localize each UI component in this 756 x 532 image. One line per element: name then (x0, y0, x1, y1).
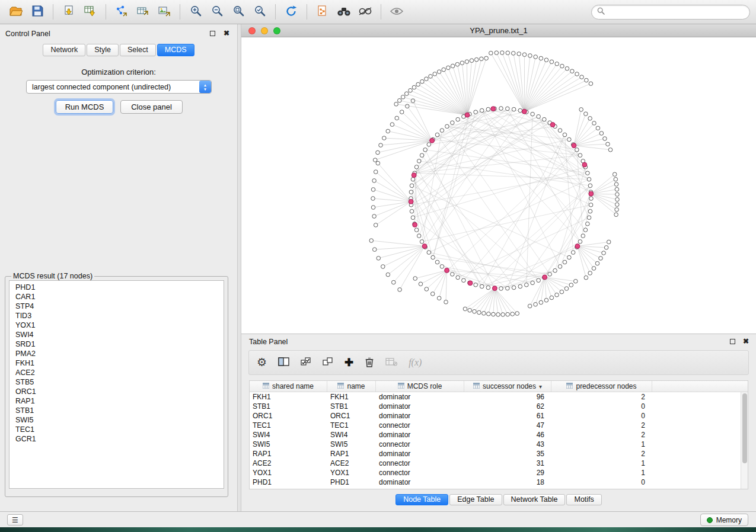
mcds-result-item[interactable]: TID3 (9, 311, 224, 321)
mcds-result-list[interactable]: PHD1CAR1STP4TID3YOX1SWI4SRD1PMA2FKH1ACE2… (9, 280, 224, 489)
table-row[interactable]: ACE2ACE2connector311 (250, 459, 741, 468)
tab-node-table[interactable]: Node Table (395, 494, 448, 505)
toolbar-separator (180, 4, 180, 20)
column-header-mcds-role[interactable]: MCDS role (376, 381, 464, 392)
table-row[interactable]: YOX1YOX1connector291 (250, 468, 741, 477)
table-cell: dominator (376, 478, 464, 486)
float-panel-icon[interactable] (210, 31, 215, 36)
column-header-name[interactable]: name (327, 381, 376, 392)
export-network-button[interactable] (111, 3, 132, 21)
scrollbar-thumb[interactable] (742, 393, 747, 463)
open-session-button[interactable] (6, 3, 26, 21)
tab-network-table[interactable]: Network Table (503, 494, 566, 505)
close-panel-button[interactable]: Close panel (120, 100, 183, 114)
mcds-result-item[interactable]: SWI4 (9, 330, 224, 339)
mcds-result-item[interactable]: SWI5 (9, 415, 224, 425)
open-folder-icon (9, 6, 23, 18)
table-row[interactable]: ORC1ORC1dominator610 (250, 411, 741, 421)
table-row[interactable]: PHD1PHD1dominator180 (250, 477, 741, 487)
panel-menu-button[interactable]: ☰ (7, 514, 23, 525)
table-cell: TEC1 (327, 421, 376, 430)
import-network-button[interactable] (59, 3, 79, 21)
zoom-selected-button[interactable] (250, 3, 270, 21)
column-header-shared-name[interactable]: shared name (250, 381, 327, 392)
table-cell: 46 (464, 431, 551, 439)
table-cell: dominator (376, 402, 464, 411)
table-row[interactable]: SWI5SWI5connector431 (250, 440, 741, 449)
zoom-fit-button[interactable] (228, 3, 248, 21)
table-panel-tabs: Node Table Edge Table Network Table Moti… (241, 494, 756, 505)
eye-icon (390, 7, 404, 17)
column-header-filler (652, 381, 748, 392)
show-details-button[interactable] (387, 3, 407, 21)
table-cell: RAP1 (250, 450, 327, 458)
show-columns-button[interactable] (278, 357, 289, 368)
hide-details-button[interactable] (355, 3, 375, 21)
mcds-result-item[interactable]: SRD1 (9, 339, 224, 349)
table-row[interactable]: SWI4SWI4dominator462 (250, 430, 741, 440)
search-input[interactable] (608, 7, 744, 17)
table-cell: 35 (464, 450, 551, 458)
table-row[interactable]: TEC1TEC1connector472 (250, 421, 741, 430)
mcds-result-item[interactable]: FKH1 (9, 358, 224, 368)
find-button[interactable] (334, 3, 354, 21)
mcds-result-item[interactable]: CAR1 (9, 292, 224, 302)
table-row[interactable]: FKH1FKH1dominator962 (250, 392, 741, 402)
export-table-button[interactable] (133, 3, 153, 21)
memory-button[interactable]: Memory (700, 514, 748, 526)
table-scrollbar[interactable] (741, 392, 748, 489)
table-cell: 0 (551, 402, 652, 411)
float-table-panel-icon[interactable] (730, 339, 735, 344)
deselect-all-button[interactable] (323, 357, 333, 368)
mcds-result-item[interactable]: ORC1 (9, 387, 224, 396)
run-mcds-button[interactable]: Run MCDS (56, 100, 113, 114)
sort-icon (337, 382, 344, 390)
save-icon (32, 5, 43, 18)
column-header-predecessor-nodes[interactable]: predecessor nodes (551, 381, 652, 392)
mcds-result-item[interactable]: STP4 (9, 302, 224, 311)
network-canvas[interactable] (241, 37, 756, 334)
mcds-result-item[interactable]: ACE2 (9, 368, 224, 377)
tab-select[interactable]: Select (120, 44, 156, 56)
close-panel-icon[interactable]: ✖ (224, 29, 229, 37)
close-table-panel-icon[interactable]: ✖ (743, 337, 749, 345)
select-all-button[interactable] (301, 357, 311, 368)
add-column-button[interactable]: ✚ (344, 357, 353, 368)
table-cell: TEC1 (250, 421, 327, 430)
tab-mcds[interactable]: MCDS (157, 44, 194, 56)
network-window-titlebar[interactable]: YPA_prune.txt_1 (241, 24, 756, 37)
network-file-button[interactable] (312, 3, 333, 21)
save-session-button[interactable] (27, 3, 47, 21)
table-row[interactable]: STB1STB1dominator620 (250, 402, 741, 411)
mcds-result-item[interactable]: RAP1 (9, 396, 224, 406)
import-table-button[interactable] (80, 3, 100, 21)
mcds-result-item[interactable]: PMA2 (9, 349, 224, 358)
tab-network[interactable]: Network (43, 44, 85, 56)
refresh-button[interactable] (281, 3, 301, 21)
column-header-label: name (347, 382, 365, 390)
mcds-result-item[interactable]: TEC1 (9, 425, 224, 434)
table-settings-button[interactable]: ⚙ (257, 357, 267, 368)
tab-style[interactable]: Style (87, 44, 119, 56)
table-cell: SWI4 (327, 431, 376, 439)
table-cell: dominator (376, 431, 464, 439)
tab-motifs[interactable]: Motifs (566, 494, 601, 505)
sort-icon (398, 382, 404, 390)
mcds-result-item[interactable]: PHD1 (9, 283, 224, 292)
column-header-successor-nodes[interactable]: successor nodes ▾ (464, 381, 551, 392)
tab-edge-table[interactable]: Edge Table (449, 494, 502, 505)
mcds-result-item[interactable]: STB1 (9, 406, 224, 415)
zoom-in-button[interactable] (186, 3, 206, 21)
mcds-result-item[interactable]: YOX1 (9, 321, 224, 330)
table-row[interactable]: RAP1RAP1dominator352 (250, 449, 741, 459)
zoom-out-button[interactable] (207, 3, 227, 21)
network-document-icon (317, 5, 328, 19)
delete-column-button[interactable] (365, 357, 374, 369)
zoom-in-icon (190, 5, 202, 19)
mcds-result-item[interactable]: GCR1 (9, 434, 224, 444)
mcds-result-item[interactable]: STB5 (9, 377, 224, 387)
table-cell: dominator (376, 450, 464, 458)
sort-icon (263, 382, 269, 390)
optimization-criterion-select[interactable]: largest connected component (undirected)… (26, 80, 212, 94)
export-image-button[interactable] (154, 3, 174, 21)
